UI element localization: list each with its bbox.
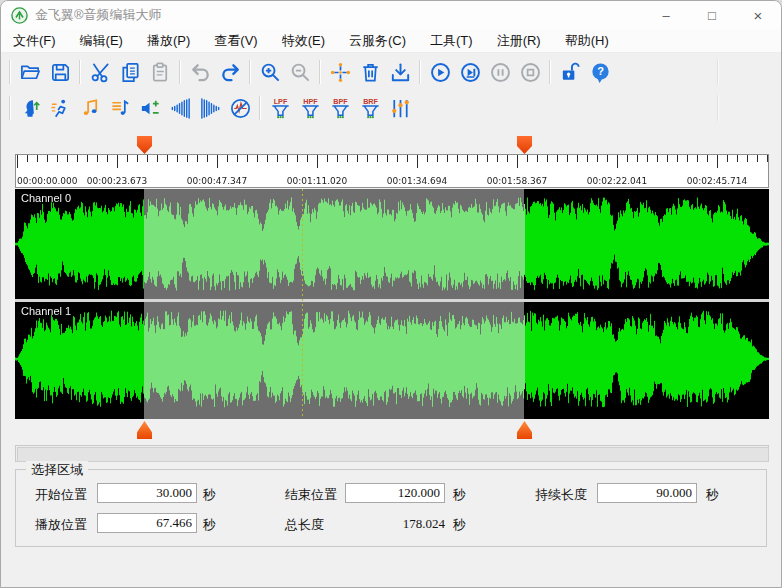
- mix-button[interactable]: [325, 57, 355, 87]
- save-icon: [49, 61, 72, 84]
- voice-icon: [19, 97, 42, 120]
- beat-note-icon: [109, 97, 132, 120]
- app-window: 金飞翼®音频编辑大师 – □ × 文件(F)编辑(E)播放(P)查看(V)特效(…: [0, 0, 782, 588]
- unlock-icon: [559, 61, 582, 84]
- toolbar-effects: LPFHPFBPFBRF: [1, 91, 781, 125]
- insert-button[interactable]: [385, 57, 415, 87]
- minimize-button[interactable]: –: [643, 1, 689, 29]
- menu-help[interactable]: 帮助(H): [553, 30, 621, 52]
- filter-icon: LPF: [269, 97, 292, 120]
- pause-button[interactable]: [485, 57, 515, 87]
- end-position-input[interactable]: [345, 483, 445, 503]
- waveform-display[interactable]: [15, 189, 769, 419]
- save-file-button[interactable]: [45, 57, 75, 87]
- total-length-value: 178.024: [345, 516, 445, 532]
- horizontal-scrollbar[interactable]: [15, 445, 769, 462]
- toolbar-separator: [319, 60, 321, 84]
- duration-input[interactable]: [597, 483, 697, 503]
- close-button[interactable]: ×: [735, 1, 781, 29]
- window-controls: – □ ×: [643, 1, 781, 29]
- delete-selection-button[interactable]: [355, 57, 385, 87]
- selection-start-marker-bottom[interactable]: [137, 421, 152, 439]
- volume-icon: [139, 97, 162, 120]
- start-position-input[interactable]: [97, 483, 197, 503]
- tempo-icon: [49, 97, 72, 120]
- filter-icon: BPF: [329, 97, 352, 120]
- menu-tools[interactable]: 工具(T): [418, 30, 485, 52]
- selection-end-marker-bottom[interactable]: [517, 421, 532, 439]
- volume-adjust-button[interactable]: [135, 93, 165, 123]
- menu-edit[interactable]: 编辑(E): [68, 30, 135, 52]
- high-pass-filter-button[interactable]: HPF: [295, 93, 325, 123]
- toolbar-separator: [549, 60, 551, 84]
- play-position-input[interactable]: [97, 513, 197, 533]
- fade-out-icon: [199, 97, 222, 120]
- scissors-icon: [89, 61, 112, 84]
- insert-down-icon: [389, 61, 412, 84]
- voice-change-button[interactable]: [15, 93, 45, 123]
- start-position-label: 开始位置: [35, 486, 87, 504]
- help-button[interactable]: ?: [585, 57, 615, 87]
- menu-cloud[interactable]: 云服务(C): [337, 30, 418, 52]
- end-position-unit: 秒: [453, 486, 466, 504]
- paste-icon: [149, 61, 172, 84]
- timeline-ruler[interactable]: [15, 154, 769, 188]
- zoom-out-button[interactable]: [285, 57, 315, 87]
- title-bar[interactable]: 金飞翼®音频编辑大师 – □ ×: [1, 1, 781, 29]
- lock-button[interactable]: [555, 57, 585, 87]
- svg-text:BRF: BRF: [363, 98, 378, 106]
- equalizer-icon: [389, 97, 412, 120]
- app-logo-icon: [11, 7, 28, 24]
- menu-effects[interactable]: 特效(E): [270, 30, 337, 52]
- play-selection-icon: [459, 61, 482, 84]
- scrollbar-thumb[interactable]: [17, 447, 769, 462]
- total-length-label: 总长度: [285, 516, 324, 534]
- trash-icon: [359, 61, 382, 84]
- menu-play[interactable]: 播放(P): [135, 30, 202, 52]
- menu-register[interactable]: 注册(R): [485, 30, 553, 52]
- copy-button[interactable]: [115, 57, 145, 87]
- band-reject-filter-button[interactable]: BRF: [355, 93, 385, 123]
- toolbar-grip: [9, 60, 11, 84]
- fade-out-button[interactable]: [195, 93, 225, 123]
- fade-in-button[interactable]: [165, 93, 195, 123]
- pitch-notes-icon: [79, 97, 102, 120]
- toolbar-separator: [259, 96, 261, 120]
- stop-button[interactable]: [515, 57, 545, 87]
- duration-label: 持续长度: [535, 486, 587, 504]
- band-pass-filter-button[interactable]: BPF: [325, 93, 355, 123]
- denoise-button[interactable]: [225, 93, 255, 123]
- play-selection-button[interactable]: [455, 57, 485, 87]
- beat-button[interactable]: [105, 93, 135, 123]
- waveform-area: Channel 0 Channel 1: [15, 189, 769, 419]
- redo-button[interactable]: [215, 57, 245, 87]
- play-icon: [429, 61, 452, 84]
- play-button[interactable]: [425, 57, 455, 87]
- zoom-in-button[interactable]: [255, 57, 285, 87]
- svg-text:?: ?: [597, 65, 604, 77]
- toolbar-edge-separator: [717, 95, 719, 121]
- pitch-change-button[interactable]: [75, 93, 105, 123]
- channel-0-label: Channel 0: [21, 192, 71, 204]
- paste-button[interactable]: [145, 57, 175, 87]
- svg-text:HPF: HPF: [303, 98, 318, 106]
- undo-button[interactable]: [185, 57, 215, 87]
- tempo-change-button[interactable]: [45, 93, 75, 123]
- filter-icon: HPF: [299, 97, 322, 120]
- open-file-button[interactable]: [15, 57, 45, 87]
- selection-end-marker-top[interactable]: [517, 136, 532, 154]
- low-pass-filter-button[interactable]: LPF: [265, 93, 295, 123]
- cut-button[interactable]: [85, 57, 115, 87]
- window-title: 金飞翼®音频编辑大师: [35, 6, 162, 24]
- total-length-unit: 秒: [453, 516, 466, 534]
- menu-view[interactable]: 查看(V): [202, 30, 269, 52]
- redo-icon: [219, 61, 242, 84]
- maximize-button[interactable]: □: [689, 1, 735, 29]
- start-position-unit: 秒: [203, 486, 216, 504]
- selection-start-marker-top[interactable]: [137, 136, 152, 154]
- filter-icon: BRF: [359, 97, 382, 120]
- copy-icon: [119, 61, 142, 84]
- equalizer-button[interactable]: [385, 93, 415, 123]
- toolbar-separator: [249, 60, 251, 84]
- menu-file[interactable]: 文件(F): [1, 30, 68, 52]
